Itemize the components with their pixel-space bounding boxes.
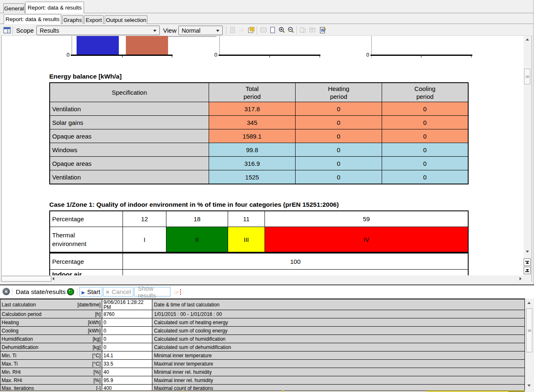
indoor-air-row-label: Indoor air [50,270,123,275]
table-row: Min. Ti[°C] 14.1 Minimal inner temperatu… [0,351,524,360]
chart1-origin-label: 0 [61,52,70,58]
zoom-out-glyph [287,26,295,34]
play-icon [82,288,85,295]
subtab-output-label: Output selection [106,17,147,23]
percentage-row-label: Percentage [50,253,123,269]
param-description: Calculated sum of dehumidification [152,343,524,351]
subtab-graphs[interactable]: Graphs [62,15,83,24]
zoom-in-icon[interactable] [277,26,286,34]
param-label: Max. Ti [2,361,18,367]
panel-vscrollbar[interactable] [525,299,533,392]
param-label: Last calculation [2,302,36,308]
param-value: 8760 [102,310,152,318]
goto-hand-icon[interactable]: ☞ [238,26,246,34]
chart2-y-axis [219,36,220,55]
edit-note-icon[interactable] [247,26,255,34]
param-label: Heating [2,320,19,325]
scrolled-fragment [161,36,216,37]
table-row: Windows 99.8 0 0 [50,143,468,156]
page-view-icon[interactable] [268,26,277,34]
col-header-heating-period: Heating period [295,83,382,102]
scroll-down-icon[interactable] [527,385,531,387]
category-cell-II: II [166,227,228,252]
show-results-button[interactable]: Show results [134,287,171,296]
view-select[interactable]: Normal [178,26,223,35]
param-description: Calculated sum of heating energy [152,318,524,326]
tab-report-label: Report: data & results [28,5,82,11]
cancel-button-label: Cancel [112,288,131,295]
indoor-air-row-cell [123,270,468,275]
table-row: Cooling[kWh] 0 Calculated sum of cooling… [0,327,524,335]
energy-total-cell: 345 [209,116,295,129]
scroll-to-bottom-button[interactable] [524,267,531,274]
copy-table-glyph [309,27,316,33]
close-panel-icon[interactable] [2,288,10,295]
word-export-icon[interactable]: W [318,26,327,34]
category-cell-III: III [228,227,265,252]
partial-row-strip [182,390,183,392]
scroll-right-icon[interactable] [520,277,522,280]
jump-hand-icon[interactable] [174,289,179,296]
scroll-up-icon[interactable] [526,38,529,41]
report-pane-box[interactable] [1,276,51,282]
param-cell: Min. Ti[°C] [0,351,102,359]
param-unit: [kg] [93,336,101,342]
param-cell: Dehumidification[kg] [0,343,102,351]
subtab-output-selection[interactable]: Output selection [105,15,147,24]
thermal-quality-table: Percentage 12 18 11 59 Thermal environme… [49,210,469,253]
param-value: 9/06/2016 1:28:22 PM [102,299,152,310]
report-hscrollbar[interactable] [51,276,522,282]
report-window-icon[interactable] [2,26,11,34]
percentage-cat1: 12 [123,211,166,227]
note-glyph [248,26,255,34]
page-preview-icon[interactable] [228,26,237,34]
tab-report-data-results[interactable]: Report: data & results [25,2,84,13]
scroll-to-top-button[interactable] [524,258,531,266]
subtab-export[interactable]: Export [84,15,103,24]
subtab-report-label: Report: data & results [5,16,60,22]
energy-cooling-cell: 0 [382,170,468,184]
scroll-down-icon[interactable] [526,251,529,253]
vscroll-thumb[interactable] [526,308,532,352]
copy-table-icon[interactable] [308,26,317,34]
scope-label: Scope [16,27,34,34]
param-label: Humidification [2,336,33,342]
scroll-up-icon[interactable] [527,302,531,304]
param-unit: [kWh] [88,320,101,325]
tab-general[interactable]: General [3,3,25,13]
param-label: Cooling [2,328,19,334]
subtab-report[interactable]: Report: data & results [4,14,61,24]
param-cell: Cooling[kWh] [0,327,102,335]
vscroll-thumb[interactable] [524,69,530,84]
report-vscrollbar[interactable] [524,36,531,282]
energy-spec-cell: Opaque areas [50,129,209,143]
param-unit: [°C] [92,361,101,367]
energy-spec-cell: Windows [50,143,209,156]
page-glyph [229,26,236,33]
start-button[interactable]: Start [79,287,102,296]
frame-glyph [260,27,267,33]
subtab-graphs-label: Graphs [63,17,82,23]
param-value: 40 [102,368,152,376]
copy-page-icon[interactable] [298,26,307,34]
partial-row-strip [508,390,525,392]
partial-row-strip [282,390,284,392]
percentage-row-label: Percentage [50,211,123,227]
layout-frame-icon[interactable] [259,26,268,34]
energy-heating-cell: 0 [295,157,382,170]
energy-total-cell: 317.8 [209,102,295,115]
table-row: Ventilation 1525 0 0 [50,170,468,184]
chart3-x-axis [370,55,472,56]
zoom-out-icon[interactable] [286,26,295,34]
separator [12,288,12,295]
percentage-total-cell: 100 [123,253,468,269]
param-value: 0 [102,335,152,343]
param-value: 33.5 [102,360,152,368]
cancel-button[interactable]: Cancel [103,287,133,296]
param-cell: Max. RHi[%] [0,376,102,384]
scroll-left-icon[interactable] [52,277,54,280]
scope-select[interactable]: Results [36,26,160,35]
start-button-label: Start [87,288,100,295]
energy-total-cell: 316.9 [209,157,295,170]
thumb-grip [526,75,529,78]
